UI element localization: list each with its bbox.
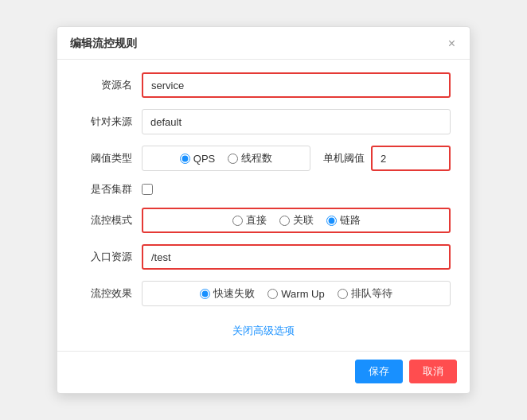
related-label: 关联 xyxy=(293,213,314,228)
chain-label: 链路 xyxy=(340,213,361,228)
chain-radio[interactable] xyxy=(326,216,337,226)
save-button[interactable]: 保存 xyxy=(355,360,403,383)
qps-radio[interactable] xyxy=(180,154,190,164)
threshold-type-row: 阈值类型 QPS 线程数 单机阈值 xyxy=(76,146,451,171)
dialog-title: 编辑流控规则 xyxy=(70,37,137,51)
entry-resource-row: 入口资源 xyxy=(76,244,451,270)
flow-effect-group: 快速失败 Warm Up 排队等待 xyxy=(142,281,451,306)
source-label: 针对来源 xyxy=(76,115,132,129)
cluster-label: 是否集群 xyxy=(76,182,132,196)
thread-label: 线程数 xyxy=(241,151,272,165)
chain-option[interactable]: 链路 xyxy=(326,213,361,228)
flow-mode-row: 流控模式 直接 关联 链路 xyxy=(76,208,451,233)
qps-option[interactable]: QPS xyxy=(180,153,215,165)
warm-up-radio[interactable] xyxy=(267,289,278,299)
warm-up-label: Warm Up xyxy=(281,288,324,300)
cluster-row: 是否集群 xyxy=(76,182,451,196)
source-input[interactable] xyxy=(142,109,451,134)
threshold-unit-label: 单机阈值 xyxy=(323,151,365,165)
thread-radio[interactable] xyxy=(228,154,238,164)
flow-effect-row: 流控效果 快速失败 Warm Up 排队等待 xyxy=(76,281,451,306)
cluster-checkbox-container xyxy=(142,184,153,195)
threshold-value-section: 单机阈值 xyxy=(323,146,451,171)
queue-option[interactable]: 排队等待 xyxy=(338,286,392,301)
flow-mode-group: 直接 关联 链路 xyxy=(142,208,451,233)
dialog-footer: 保存 取消 xyxy=(57,351,470,393)
warm-up-option[interactable]: Warm Up xyxy=(267,288,324,300)
resource-input[interactable] xyxy=(142,72,451,98)
cluster-checkbox[interactable] xyxy=(142,184,153,195)
fast-fail-option[interactable]: 快速失败 xyxy=(200,286,255,301)
threshold-row: QPS 线程数 单机阈值 xyxy=(142,146,451,171)
close-button[interactable]: × xyxy=(447,37,457,50)
direct-label: 直接 xyxy=(246,213,267,228)
resource-label: 资源名 xyxy=(76,78,132,92)
fast-fail-radio[interactable] xyxy=(200,289,210,299)
threshold-value-input[interactable] xyxy=(371,146,451,171)
advanced-options-section: 关闭高级选项 xyxy=(76,317,451,341)
related-option[interactable]: 关联 xyxy=(279,213,314,228)
threshold-type-group: QPS 线程数 xyxy=(142,146,310,171)
resource-row: 资源名 xyxy=(76,72,451,98)
entry-resource-label: 入口资源 xyxy=(76,250,132,264)
entry-resource-input[interactable] xyxy=(142,244,451,270)
dialog-body: 资源名 针对来源 阈值类型 QPS 线程数 xyxy=(57,60,470,351)
source-row: 针对来源 xyxy=(76,109,451,134)
queue-radio[interactable] xyxy=(338,289,348,299)
qps-label: QPS xyxy=(193,153,215,165)
direct-radio[interactable] xyxy=(232,216,243,226)
advanced-options-link[interactable]: 关闭高级选项 xyxy=(232,325,295,336)
dialog-header: 编辑流控规则 × xyxy=(57,27,470,60)
fast-fail-label: 快速失败 xyxy=(213,286,255,301)
queue-label: 排队等待 xyxy=(351,286,392,301)
flow-mode-label: 流控模式 xyxy=(76,213,132,228)
thread-option[interactable]: 线程数 xyxy=(228,151,272,165)
cancel-button[interactable]: 取消 xyxy=(409,360,457,383)
flow-effect-label: 流控效果 xyxy=(76,286,132,301)
edit-flow-rule-dialog: 编辑流控规则 × 资源名 针对来源 阈值类型 QPS xyxy=(57,26,470,394)
direct-option[interactable]: 直接 xyxy=(232,213,267,228)
related-radio[interactable] xyxy=(279,216,290,226)
threshold-type-label: 阈值类型 xyxy=(76,151,132,165)
